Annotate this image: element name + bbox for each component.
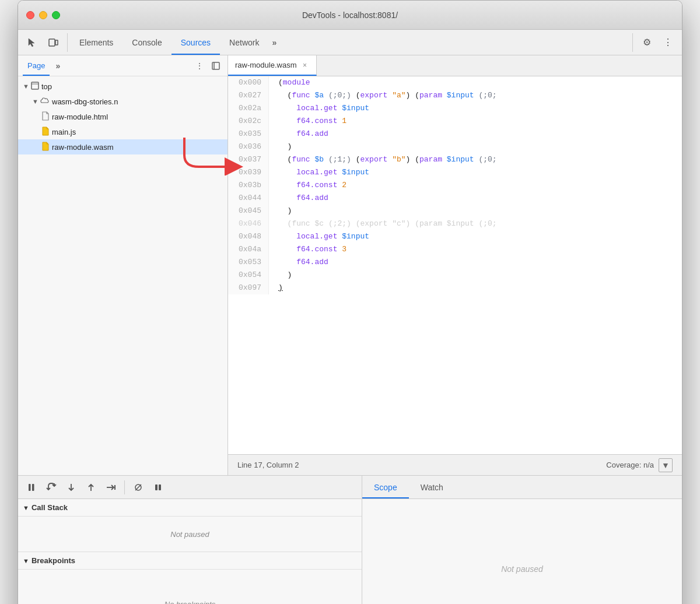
left-more-button[interactable]: »	[52, 60, 64, 72]
code-line-10: 0x044 f64.add	[228, 192, 682, 205]
code-line-5: 0x035 f64.add	[228, 128, 682, 141]
code-line-11: 0x045 )	[228, 205, 682, 217]
tree-item-top[interactable]: ▼ top	[18, 79, 228, 94]
main-tabs: Elements Console Sources Network »	[70, 30, 632, 55]
coverage-label: Coverage: n/a	[606, 461, 654, 469]
svg-rect-5	[32, 82, 38, 89]
settings-button[interactable]: ⚙	[638, 33, 656, 52]
file-icon-js	[41, 127, 50, 138]
step-into-button[interactable]	[62, 479, 80, 496]
svg-rect-0	[49, 39, 55, 46]
bottom-right-tabs: Scope Watch	[362, 476, 682, 499]
code-line-4: 0x02c f64.const 1	[228, 115, 682, 128]
tab-elements[interactable]: Elements	[70, 30, 123, 55]
coverage-dropdown-button[interactable]: ▼	[659, 458, 673, 472]
close-button[interactable]	[26, 11, 34, 19]
cloud-icon	[40, 97, 50, 107]
call-stack-arrow: ▼	[23, 504, 29, 511]
device-icon	[48, 37, 58, 48]
window-title: DevTools - localhost:8081/	[302, 10, 398, 20]
code-line-16: 0x054 )	[228, 269, 682, 282]
status-bar: Line 17, Column 2 Coverage: n/a ▼	[228, 454, 682, 475]
svg-rect-16	[155, 484, 158, 490]
window-controls	[26, 11, 60, 19]
pause-on-exceptions-button[interactable]	[149, 479, 167, 496]
breakpoints-header[interactable]: ▼ Breakpoints	[18, 552, 362, 570]
tree-item-raw-module-wasm[interactable]: raw-module.wasm	[18, 139, 228, 154]
cursor-position: Line 17, Column 2	[237, 461, 299, 469]
sync-icon	[211, 61, 220, 71]
main-toolbar: Elements Console Sources Network » ⚙ ⋮	[18, 30, 682, 55]
step-out-button[interactable]	[82, 479, 100, 496]
step-over-button[interactable]	[43, 479, 60, 496]
tab-sources[interactable]: Sources	[172, 30, 220, 55]
sync-button[interactable]	[209, 59, 223, 73]
code-panel: raw-module.wasm × 0x000 (module 0x027 (f…	[228, 55, 682, 475]
tree-arrow-top: ▼	[23, 83, 31, 90]
toolbar-separator	[124, 480, 125, 494]
call-stack-content: Not paused	[18, 517, 362, 552]
call-stack-header[interactable]: ▼ Call Stack	[18, 499, 362, 517]
code-line-7: 0x037 (func $b (;1;) (export "b") (param…	[228, 153, 682, 166]
left-panel: Page » ⋮ ▼	[18, 55, 228, 475]
devtools-window: DevTools - localhost:8081/ Elements Cons…	[18, 0, 682, 604]
code-line-15: 0x053 f64.add	[228, 256, 682, 269]
debug-toolbar	[18, 476, 362, 499]
minimize-button[interactable]	[39, 11, 47, 19]
code-line-17: 0x097 )	[228, 282, 682, 294]
open-tabs-bar: raw-module.wasm ×	[228, 55, 682, 76]
code-line-8: 0x039 local.get $input	[228, 166, 682, 179]
watch-tab[interactable]: Watch	[409, 476, 455, 498]
cursor-icon	[27, 37, 37, 48]
svg-rect-1	[55, 40, 58, 45]
code-line-1: 0x000 (module	[228, 76, 682, 89]
coverage-section: Coverage: n/a ▼	[606, 458, 673, 472]
more-tabs-button[interactable]: »	[268, 37, 280, 48]
breakpoints-content: No breakpoints	[18, 570, 362, 604]
tab-network[interactable]: Network	[220, 30, 268, 55]
breakpoints-section: ▼ Breakpoints No breakpoints	[18, 552, 362, 604]
tab-console[interactable]: Console	[123, 30, 171, 55]
pause-button[interactable]	[23, 479, 40, 496]
cursor-icon-button[interactable]	[23, 33, 41, 52]
scope-tab[interactable]: Scope	[362, 476, 409, 498]
breakpoints-arrow: ▼	[23, 557, 29, 564]
svg-rect-17	[159, 484, 161, 490]
file-icon-wasm	[41, 142, 50, 153]
file-tree: ▼ top ▼ wasm-dbg-stories.n	[18, 76, 228, 475]
toolbar-icons	[23, 33, 68, 52]
open-tab-wasm[interactable]: raw-module.wasm ×	[228, 55, 317, 76]
deactivate-breakpoints-button[interactable]	[130, 479, 147, 496]
bottom-left-panel: ▼ Call Stack Not paused ▼ Breakpoints No…	[18, 476, 362, 604]
tree-item-wasm-folder[interactable]: ▼ wasm-dbg-stories.n	[18, 94, 228, 109]
maximize-button[interactable]	[52, 11, 60, 19]
code-area[interactable]: 0x000 (module 0x027 (func $a (;0;) (expo…	[228, 76, 682, 454]
window-icon	[31, 82, 39, 92]
step-button[interactable]	[102, 479, 120, 496]
code-line-3: 0x02a local.get $input	[228, 102, 682, 115]
bottom-panel: ▼ Call Stack Not paused ▼ Breakpoints No…	[18, 475, 682, 604]
three-dots-button[interactable]: ⋮	[192, 59, 206, 73]
code-line-12: 0x046 (func $c (;2;) (export "c") (param…	[228, 217, 682, 230]
code-line-14: 0x04a f64.const 3	[228, 243, 682, 256]
code-line-9: 0x03b f64.const 2	[228, 179, 682, 192]
toolbar-right: ⚙ ⋮	[632, 33, 677, 52]
more-options-button[interactable]: ⋮	[659, 33, 677, 52]
code-line-2: 0x027 (func $a (;0;) (export "a") (param…	[228, 89, 682, 102]
left-panel-actions: ⋮	[192, 59, 223, 73]
tree-arrow-wasm: ▼	[32, 98, 40, 105]
left-tab-page[interactable]: Page	[23, 55, 50, 76]
scope-content: Not paused	[362, 499, 682, 604]
code-line-13: 0x048 local.get $input	[228, 230, 682, 243]
call-stack-section: ▼ Call Stack Not paused	[18, 499, 362, 552]
left-panel-toolbar: Page » ⋮	[18, 55, 228, 76]
close-tab-button[interactable]: ×	[300, 61, 309, 70]
code-line-6: 0x036 )	[228, 141, 682, 153]
content-area: Page » ⋮ ▼	[18, 55, 682, 475]
device-toolbar-button[interactable]	[44, 33, 62, 52]
svg-rect-3	[212, 62, 219, 69]
svg-rect-8	[32, 484, 34, 491]
svg-rect-7	[29, 484, 31, 491]
tree-item-main-js[interactable]: main.js	[18, 124, 228, 139]
tree-item-raw-module-html[interactable]: raw-module.html	[18, 109, 228, 124]
